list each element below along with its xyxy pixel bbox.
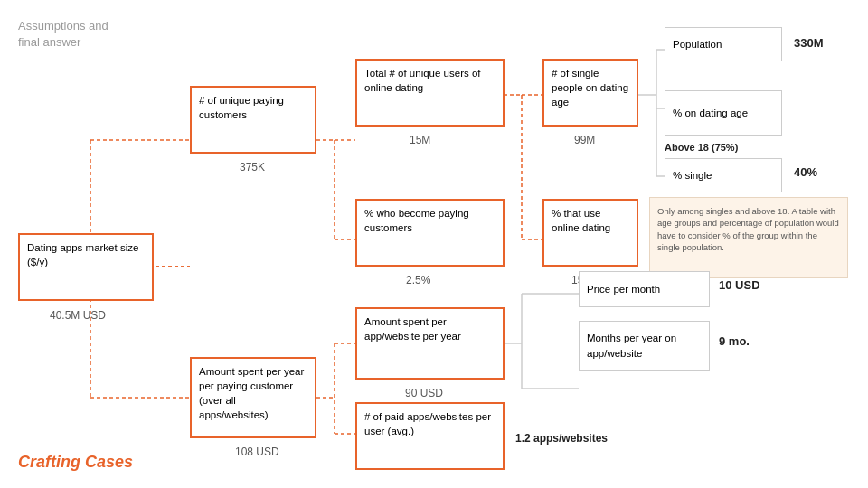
main-container: Assumptions and final answer Crafting Ca… xyxy=(0,0,868,488)
single-people-box: # of single people on dating age xyxy=(542,59,638,127)
paid-apps-label: # of paid apps/websites per user (avg.) xyxy=(364,411,491,436)
branding: Crafting Cases xyxy=(18,453,133,472)
pct-paying-label: % who become paying customers xyxy=(364,208,469,233)
single-people-val: 99M xyxy=(574,134,595,146)
months-per-year-box: Months per year on app/website xyxy=(579,321,710,371)
pct-dating-age-label: % on dating age xyxy=(673,106,748,120)
pct-single-box: % single xyxy=(665,158,782,192)
total-unique-val: 15M xyxy=(410,134,430,146)
title-area: Assumptions and final answer xyxy=(18,18,163,51)
title-line2: final answer xyxy=(18,35,80,49)
paid-apps-val: 1.2 apps/websites xyxy=(515,432,608,445)
pct-online-box: % that use online dating xyxy=(542,199,638,267)
pct-single-val: 40% xyxy=(794,165,817,179)
amount-spent-val: 108 USD xyxy=(235,446,279,458)
pct-dating-age-box: % on dating age xyxy=(665,90,782,136)
unique-paying-label: # of unique paying customers xyxy=(199,95,284,120)
single-people-label: # of single people on dating age xyxy=(552,68,628,108)
amount-spent-app-val: 90 USD xyxy=(405,387,443,399)
note-text: Only among singles and above 18. A table… xyxy=(657,206,839,252)
amount-spent-paying-box: Amount spent per year per paying custome… xyxy=(190,357,316,438)
population-box: Population xyxy=(665,27,782,61)
dating-market-label: Dating apps market size ($/y) xyxy=(27,242,138,267)
population-val: 330M xyxy=(794,36,824,50)
dating-market-box: Dating apps market size ($/y) xyxy=(18,233,154,301)
amount-spent-app-label: Amount spent per app/website per year xyxy=(364,316,461,342)
pct-dating-age-val: Above 18 (75%) xyxy=(665,142,738,153)
dating-market-val: 40.5M USD xyxy=(50,309,106,322)
unique-paying-box: # of unique paying customers xyxy=(190,86,316,154)
amount-spent-paying-label: Amount spent per year per paying custome… xyxy=(199,366,304,420)
months-per-year-label: Months per year on app/website xyxy=(587,331,702,360)
pct-paying-val: 2.5% xyxy=(406,274,430,286)
months-val: 9 mo. xyxy=(719,334,750,348)
population-label: Population xyxy=(673,37,722,52)
pct-online-label: % that use online dating xyxy=(552,208,610,233)
pct-paying-box: % who become paying customers xyxy=(355,199,505,267)
total-unique-box: Total # of unique users of online dating xyxy=(355,59,505,127)
note-box: Only among singles and above 18. A table… xyxy=(649,197,848,278)
price-per-month-label: Price per month xyxy=(587,282,660,296)
title-line1: Assumptions and xyxy=(18,19,108,33)
unique-paying-val: 375K xyxy=(240,161,265,174)
paid-apps-box: # of paid apps/websites per user (avg.) xyxy=(355,402,505,470)
amount-spent-app-box: Amount spent per app/website per year xyxy=(355,307,505,380)
price-val: 10 USD xyxy=(719,278,760,292)
price-per-month-box: Price per month xyxy=(579,271,710,307)
total-unique-label: Total # of unique users of online dating xyxy=(364,68,481,93)
pct-single-label: % single xyxy=(673,168,712,183)
